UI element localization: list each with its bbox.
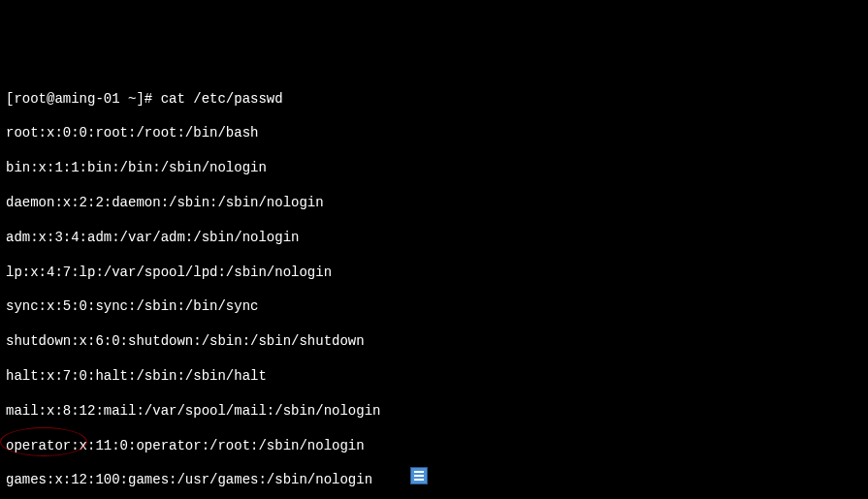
output-line: sync:x:5:0:sync:/sbin:/bin/sync <box>6 298 862 316</box>
output-line: daemon:x:2:2:daemon:/sbin:/sbin/nologin <box>6 195 862 212</box>
output-line: adm:x:3:4:adm:/var/adm:/sbin/nologin <box>6 230 862 247</box>
prompt-line[interactable]: [root@aming-01 ~]# cat /etc/passwd <box>6 91 862 109</box>
output-line: operator:x:11:0:operator:/root:/sbin/nol… <box>6 438 862 455</box>
output-line: games:x:12:100:games:/usr/games:/sbin/no… <box>6 472 862 489</box>
output-line: lp:x:4:7:lp:/var/spool/lpd:/sbin/nologin <box>6 265 862 282</box>
output-line: halt:x:7:0:halt:/sbin:/sbin/halt <box>6 368 862 386</box>
output-line: mail:x:8:12:mail:/var/spool/mail:/sbin/n… <box>6 403 862 421</box>
output-line: bin:x:1:1:bin:/bin:/sbin/nologin <box>6 160 862 177</box>
output-line: shutdown:x:6:0:shutdown:/sbin:/sbin/shut… <box>6 333 862 351</box>
output-line: root:x:0:0:root:/root:/bin/bash <box>6 125 862 142</box>
terminal-output: [root@aming-01 ~]# cat /etc/passwd root:… <box>6 74 862 499</box>
